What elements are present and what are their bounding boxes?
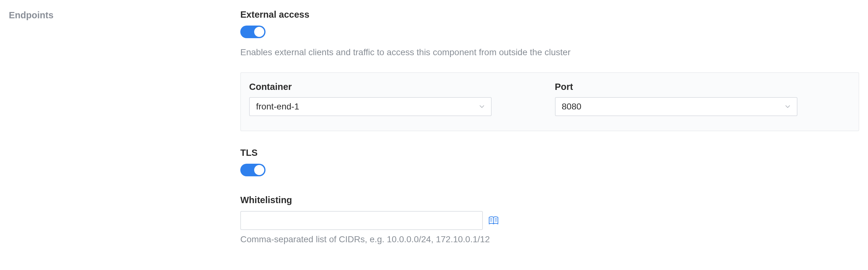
book-icon[interactable] xyxy=(489,216,499,225)
container-label: Container xyxy=(249,82,545,92)
port-select[interactable]: 8080 xyxy=(555,97,798,116)
whitelisting-hint: Comma-separated list of CIDRs, e.g. 10.0… xyxy=(240,234,859,244)
container-select[interactable]: front-end-1 xyxy=(249,97,492,116)
container-port-panel: Container front-end-1 Port 8080 xyxy=(240,72,859,131)
external-access-heading: External access xyxy=(240,9,859,20)
port-select-value: 8080 xyxy=(562,102,581,112)
external-access-description: Enables external clients and traffic to … xyxy=(240,46,859,59)
toggle-knob xyxy=(254,27,264,37)
container-select-value: front-end-1 xyxy=(256,102,299,112)
container-field: Container front-end-1 xyxy=(249,82,545,116)
chevron-down-icon xyxy=(479,104,485,109)
port-label: Port xyxy=(555,82,851,92)
tls-heading: TLS xyxy=(240,147,859,158)
main-content: External access Enables external clients… xyxy=(240,9,859,244)
port-field: Port 8080 xyxy=(555,82,851,116)
toggle-knob xyxy=(254,165,264,175)
whitelisting-heading: Whitelisting xyxy=(240,195,859,205)
section-label-endpoints: Endpoints xyxy=(9,9,228,22)
tls-toggle[interactable] xyxy=(240,164,266,176)
whitelisting-input[interactable] xyxy=(240,211,483,230)
external-access-toggle[interactable] xyxy=(240,26,266,38)
chevron-down-icon xyxy=(785,104,790,109)
